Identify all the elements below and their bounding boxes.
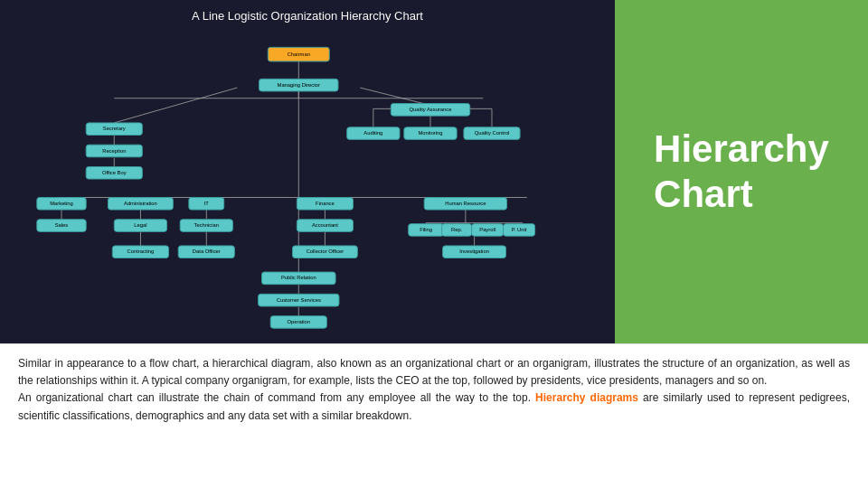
svg-text:Operation: Operation bbox=[288, 319, 311, 324]
svg-text:P. Unit: P. Unit bbox=[512, 227, 527, 232]
hierarchy-chart: Chairman Managing Director Quality Assur… bbox=[9, 28, 606, 335]
svg-line-2 bbox=[114, 88, 237, 123]
svg-text:Quality Assurance: Quality Assurance bbox=[410, 107, 452, 112]
svg-text:Legal: Legal bbox=[134, 222, 146, 228]
svg-text:Office Boy: Office Boy bbox=[102, 170, 127, 175]
svg-text:Filing: Filing bbox=[420, 227, 432, 232]
svg-text:Human Resource: Human Resource bbox=[445, 201, 486, 206]
svg-text:Rep.: Rep. bbox=[451, 227, 463, 232]
top-section: A Line Logistic Organization Hierarchy C… bbox=[0, 0, 868, 343]
panel-title: Hierarchy Chart bbox=[636, 108, 847, 236]
svg-text:Public Relation: Public Relation bbox=[281, 275, 316, 280]
main-container: A Line Logistic Organization Hierarchy C… bbox=[0, 0, 868, 488]
svg-text:Managing Director: Managing Director bbox=[278, 82, 321, 88]
svg-text:Collector Officer: Collector Officer bbox=[307, 249, 344, 254]
svg-text:Administration: Administration bbox=[124, 201, 157, 206]
svg-text:Secretary: Secretary bbox=[103, 126, 126, 131]
svg-text:Monitoring: Monitoring bbox=[418, 130, 442, 136]
svg-text:Customer Services: Customer Services bbox=[277, 297, 321, 303]
svg-text:Marketing: Marketing bbox=[50, 201, 73, 206]
svg-text:Accountant: Accountant bbox=[312, 222, 338, 228]
chart-title: A Line Logistic Organization Hierarchy C… bbox=[9, 9, 606, 23]
svg-text:Investigation: Investigation bbox=[459, 249, 489, 254]
svg-line-1 bbox=[360, 88, 430, 105]
svg-text:Data Officer: Data Officer bbox=[193, 249, 221, 254]
paragraph1: Similar in appearance to a flow chart, a… bbox=[18, 355, 850, 389]
svg-text:Quality Control: Quality Control bbox=[475, 130, 509, 136]
svg-text:IT: IT bbox=[204, 201, 210, 206]
paragraph2-highlight: Hierarchy diagrams bbox=[535, 391, 638, 404]
svg-text:Contracting: Contracting bbox=[127, 249, 155, 254]
right-panel: Hierarchy Chart bbox=[615, 0, 868, 343]
paragraph2: An organizational chart can illustrate t… bbox=[18, 389, 850, 424]
svg-text:Auditing: Auditing bbox=[363, 130, 382, 136]
svg-text:Payroll: Payroll bbox=[479, 227, 495, 232]
svg-text:Finance: Finance bbox=[316, 201, 335, 206]
chart-area: A Line Logistic Organization Hierarchy C… bbox=[0, 0, 615, 343]
svg-text:Chairman: Chairman bbox=[288, 52, 310, 57]
svg-text:Sales: Sales bbox=[55, 222, 69, 228]
svg-text:Reception: Reception bbox=[102, 148, 126, 154]
bottom-description: Similar in appearance to a flow chart, a… bbox=[0, 343, 868, 488]
svg-text:Technician: Technician bbox=[194, 222, 219, 228]
paragraph2-before: An organizational chart can illustrate t… bbox=[18, 391, 535, 404]
